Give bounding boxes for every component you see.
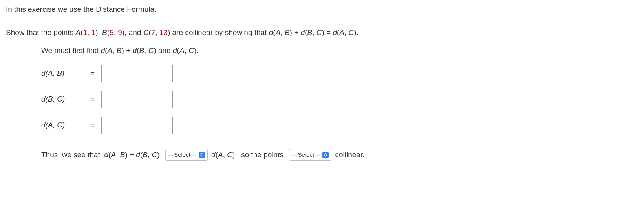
select-label: ---Select---: [292, 151, 320, 160]
point-a-y: 1: [91, 28, 96, 36]
point-a-x: 1: [83, 28, 87, 36]
text: ,: [114, 28, 118, 36]
text: .: [357, 28, 359, 36]
d-symbol: d: [136, 149, 140, 161]
text: .: [196, 46, 198, 54]
d-symbol: d: [269, 28, 273, 36]
updown-icon: [199, 152, 205, 158]
equals-sign: =: [90, 120, 101, 131]
equals-sign: =: [90, 94, 101, 105]
text: C: [317, 28, 322, 36]
text: +: [124, 46, 133, 54]
distance-ab-input[interactable]: [101, 65, 173, 82]
text: [160, 149, 164, 161]
text: =: [324, 28, 333, 36]
text: ), and: [122, 28, 143, 36]
text: ,: [87, 28, 91, 36]
text: ,: [344, 28, 349, 36]
text: C: [188, 46, 194, 54]
distance-ab-row: d(A, B) =: [41, 65, 638, 82]
text: Show that the points: [6, 28, 75, 36]
d-symbol: d: [133, 46, 137, 54]
text: , so the points: [235, 149, 287, 161]
text: A: [339, 28, 344, 36]
text: A: [218, 149, 223, 161]
distance-bc-input[interactable]: [101, 91, 173, 108]
instruction-text: We must first find d(A, B) + d(B, C) and…: [41, 45, 638, 56]
problem-statement: Show that the points A(1, 1), B(5, 9), a…: [6, 27, 638, 38]
text: ,: [144, 46, 148, 54]
d-symbol: d: [301, 28, 305, 36]
text: B: [307, 28, 312, 36]
collinear-select[interactable]: ---Select---: [289, 149, 331, 161]
text: A: [108, 46, 113, 54]
text: ),: [95, 28, 102, 36]
text: B: [285, 28, 290, 36]
relation-select[interactable]: ---Select---: [165, 149, 208, 161]
text: C: [152, 149, 157, 161]
text: ,: [223, 149, 227, 161]
equals-sign: =: [90, 68, 101, 79]
d-symbol: d: [104, 149, 109, 161]
text: B: [139, 46, 144, 54]
text: We must first find: [41, 46, 101, 54]
text: +: [128, 149, 136, 161]
d-symbol: d: [173, 46, 177, 54]
text: A: [111, 149, 116, 161]
conclusion-row: Thus, we see that d(A, B) + d(B, C) ---S…: [41, 149, 638, 161]
text: ,: [185, 46, 189, 54]
text: +: [292, 28, 301, 36]
text: collinear.: [333, 149, 364, 161]
text: ,: [148, 149, 152, 161]
text: C: [227, 149, 232, 161]
text: are collinear by showing that: [170, 28, 269, 36]
point-b-label: B: [102, 28, 107, 36]
distance-bc-label: d(B, C): [41, 94, 90, 105]
distance-ac-input[interactable]: [101, 117, 173, 134]
text: Thus, we see that: [41, 149, 104, 161]
exercise-intro: In this exercise we use the Distance For…: [6, 4, 638, 15]
distance-ab-label: d(A, B): [41, 68, 90, 79]
text: C: [148, 46, 154, 54]
select-label: ---Select---: [168, 151, 196, 160]
d-symbol: d: [333, 28, 337, 36]
point-c-y: 13: [159, 28, 168, 36]
text: ,: [155, 28, 159, 36]
d-symbol: d: [211, 149, 216, 161]
distance-ac-label: d(A, C): [41, 120, 90, 131]
text: ,: [280, 28, 285, 36]
text: ,: [312, 28, 317, 36]
d-symbol: d: [101, 46, 105, 54]
text: ,: [112, 46, 117, 54]
distance-bc-row: d(B, C) =: [41, 91, 638, 108]
text: B: [143, 149, 148, 161]
text: B: [117, 46, 122, 54]
text: A: [179, 46, 185, 54]
point-b-x: 5: [110, 28, 114, 36]
text: C: [349, 28, 354, 36]
text: and: [156, 46, 173, 54]
point-a-label: A: [75, 28, 80, 36]
distance-ac-row: d(A, C) =: [41, 117, 638, 134]
point-c-x: 7: [151, 28, 156, 36]
point-c-label: C: [143, 28, 149, 36]
updown-icon: [322, 152, 329, 158]
point-b-y: 9: [118, 28, 122, 36]
text: B: [120, 149, 125, 161]
text: A: [276, 28, 281, 36]
text: ,: [116, 149, 120, 161]
